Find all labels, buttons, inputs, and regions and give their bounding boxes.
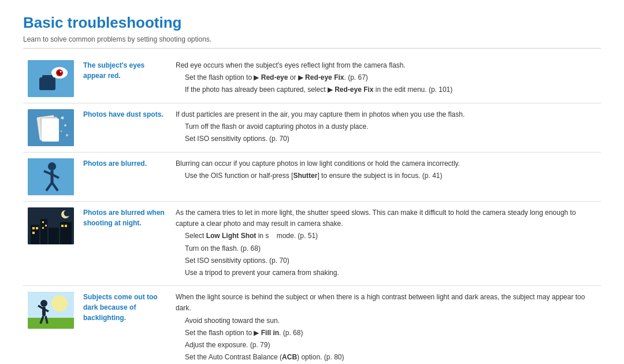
svg-rect-34 <box>61 225 64 227</box>
image-cell-night <box>23 202 79 286</box>
table-row: The subject's eyesappear red. Red eye oc… <box>23 54 601 103</box>
desc-line: Use a tripod to prevent your camera from… <box>176 268 596 278</box>
svg-rect-32 <box>45 225 47 226</box>
svg-point-12 <box>64 124 66 127</box>
desc-line: As the camera tries to let in more light… <box>176 207 596 229</box>
desc-line: Set ISO sensitivity options. (p. 70) <box>176 255 596 266</box>
desc-line: Select Low Light Shot in s mode. (p. 51) <box>176 231 596 242</box>
desc-line: Set ISO sensitivity options. (p. 70) <box>176 133 596 144</box>
desc-cell-backlight: When the light source is behind the subj… <box>171 286 601 364</box>
desc-line: When the light source is behind the subj… <box>176 292 596 314</box>
desc-line: Avoid shooting toward the sun. <box>176 315 596 326</box>
label-cell-night: Photos are blurred when shooting at nigh… <box>79 202 171 286</box>
table-row: Subjects come out too dark because of ba… <box>23 286 601 364</box>
desc-line: If the photo has already been captured, … <box>176 84 596 95</box>
svg-rect-10 <box>42 118 59 142</box>
label-cell-dust: Photos have dust spots. <box>79 103 171 153</box>
svg-rect-29 <box>36 227 38 229</box>
desc-line: Set the flash option to ▶ Red-eye or ▶ R… <box>176 72 596 83</box>
desc-line: If dust particles are present in the air… <box>176 109 596 120</box>
svg-point-6 <box>60 71 62 73</box>
svg-point-41 <box>51 295 68 311</box>
svg-point-11 <box>61 117 64 120</box>
svg-rect-1 <box>39 77 55 90</box>
svg-point-13 <box>61 131 62 132</box>
desc-cell-red-eye: Red eye occurs when the subject's eyes r… <box>171 54 601 103</box>
desc-line: Turn off the flash or avoid capturing ph… <box>176 121 596 132</box>
desc-cell-blurred: Blurring can occur if you capture photos… <box>171 153 601 202</box>
image-cell-dust <box>23 103 79 153</box>
svg-rect-30 <box>32 232 35 234</box>
svg-point-37 <box>64 210 70 217</box>
desc-cell-night: As the camera tries to let in more light… <box>171 202 601 286</box>
table-row: Photos are blurred when shooting at nigh… <box>23 202 601 286</box>
label-dust: Photos have dust spots. <box>83 110 164 118</box>
desc-cell-dust: If dust particles are present in the air… <box>171 103 601 153</box>
table-row: Photos have dust spots. If dust particle… <box>23 103 601 153</box>
svg-rect-26 <box>49 228 59 244</box>
page-subtitle: Learn to solve common problems by settin… <box>23 35 601 49</box>
label-cell-blurred: Photos are blurred. <box>79 153 171 202</box>
label-cell-backlight: Subjects come out too dark because of ba… <box>79 286 171 364</box>
desc-line: Set the Auto Contrast Balance (ACB) opti… <box>176 352 596 363</box>
label-backlight: Subjects come out too dark because of ba… <box>83 293 158 322</box>
label-red-eye: The subject's eyesappear red. <box>83 61 144 80</box>
svg-point-16 <box>48 162 56 170</box>
svg-rect-28 <box>32 227 35 229</box>
image-cell-blurred <box>23 153 79 202</box>
svg-point-14 <box>66 134 68 136</box>
svg-rect-33 <box>42 227 44 229</box>
image-cell-backlight <box>23 286 79 364</box>
desc-line: Adjust the exposure. (p. 79) <box>176 340 596 351</box>
table-row: Photos are blurred. Blurring can occur i… <box>23 153 601 202</box>
image-backlight <box>28 292 74 329</box>
label-night: Photos are blurred when shooting at nigh… <box>83 209 165 227</box>
image-night <box>28 207 74 244</box>
image-dust <box>28 109 74 146</box>
desc-line: Turn on the flash. (p. 68) <box>176 243 596 254</box>
image-cell-red-eye <box>23 54 79 103</box>
image-blurred <box>28 158 74 195</box>
svg-rect-35 <box>65 225 67 227</box>
label-blurred: Photos are blurred. <box>83 159 147 168</box>
svg-rect-40 <box>28 318 74 329</box>
label-cell-red-eye: The subject's eyesappear red. <box>79 54 171 103</box>
page-container: Basic troubleshooting Learn to solve com… <box>0 0 624 364</box>
page-title: Basic troubleshooting <box>23 14 601 32</box>
desc-line: Set the flash option to ▶ Fill in. (p. 6… <box>176 328 596 339</box>
desc-line: Red eye occurs when the subject's eyes r… <box>176 60 596 71</box>
troubleshooting-table: The subject's eyesappear red. Red eye oc… <box>23 54 601 364</box>
desc-line: Blurring can occur if you capture photos… <box>176 158 596 169</box>
svg-rect-2 <box>42 75 53 79</box>
svg-rect-31 <box>42 221 44 223</box>
image-red-eye <box>28 60 74 97</box>
svg-point-42 <box>40 300 47 307</box>
desc-line: Use the OIS function or half-press [Shut… <box>176 170 596 181</box>
